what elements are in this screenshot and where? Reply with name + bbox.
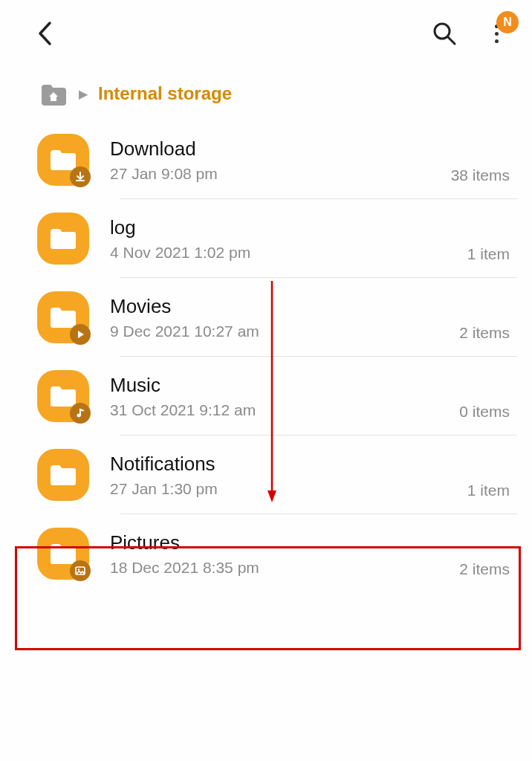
folder-icon xyxy=(37,370,89,422)
folder-item-count: 1 item xyxy=(467,482,510,499)
folder-row-pictures[interactable]: Pictures 18 Dec 2021 8:35 pm 2 items xyxy=(37,514,517,593)
back-button[interactable] xyxy=(30,19,59,48)
folder-date: 9 Dec 2021 10:27 am xyxy=(110,323,459,340)
folder-icon xyxy=(37,449,89,501)
top-bar: N xyxy=(0,0,532,59)
search-icon xyxy=(432,21,457,46)
breadcrumb-separator-icon: ▶ xyxy=(79,87,88,101)
folder-text: Notifications 27 Jan 1:30 pm xyxy=(89,453,467,498)
svg-line-1 xyxy=(448,37,455,44)
folder-item-count: 1 item xyxy=(467,245,510,263)
folder-item-count: 2 items xyxy=(459,324,510,342)
folder-name: Movies xyxy=(110,295,459,318)
breadcrumb: ▶ Internal storage xyxy=(0,59,532,120)
home-storage-icon[interactable] xyxy=(39,80,68,107)
folder-row-movies[interactable]: Movies 9 Dec 2021 10:27 am 2 items xyxy=(37,278,517,357)
account-avatar-badge: N xyxy=(496,11,519,33)
folder-text: Pictures 18 Dec 2021 8:35 pm xyxy=(89,531,459,577)
folder-item-count: 38 items xyxy=(451,166,510,184)
search-button[interactable] xyxy=(429,19,459,48)
folder-name: Download xyxy=(110,137,451,161)
folder-list: Download 27 Jan 9:08 pm 38 items log 4 N… xyxy=(0,120,532,593)
folder-item-count: 2 items xyxy=(459,560,510,578)
folder-name: log xyxy=(110,216,467,239)
top-bar-actions: N xyxy=(429,19,511,48)
folder-icon xyxy=(37,134,89,186)
folder-text: Music 31 Oct 2021 9:12 am xyxy=(89,374,459,419)
folder-text: Download 27 Jan 9:08 pm xyxy=(89,137,451,183)
folder-item-count: 0 items xyxy=(459,403,510,421)
music-badge-icon xyxy=(70,403,91,424)
folder-name: Music xyxy=(110,374,459,397)
folder-date: 31 Oct 2021 9:12 am xyxy=(110,401,459,419)
download-badge-icon xyxy=(70,166,91,187)
folder-icon xyxy=(37,291,89,343)
more-menu-button[interactable]: N xyxy=(481,19,511,48)
folder-icon xyxy=(37,528,89,580)
folder-text: Movies 9 Dec 2021 10:27 am xyxy=(89,295,459,340)
folder-row-notifications[interactable]: Notifications 27 Jan 1:30 pm 1 item xyxy=(37,435,517,514)
folder-date: 27 Jan 9:08 pm xyxy=(110,165,451,183)
play-badge-icon xyxy=(70,324,91,345)
folder-row-download[interactable]: Download 27 Jan 9:08 pm 38 items xyxy=(37,120,517,199)
folder-date: 27 Jan 1:30 pm xyxy=(110,480,467,498)
folder-date: 18 Dec 2021 8:35 pm xyxy=(110,559,459,577)
breadcrumb-current[interactable]: Internal storage xyxy=(98,83,232,104)
svg-point-4 xyxy=(78,569,80,571)
folder-row-music[interactable]: Music 31 Oct 2021 9:12 am 0 items xyxy=(37,357,517,435)
folder-row-log[interactable]: log 4 Nov 2021 1:02 pm 1 item xyxy=(37,199,517,278)
folder-name: Pictures xyxy=(110,531,459,554)
folder-icon xyxy=(37,213,89,265)
chevron-left-icon xyxy=(36,21,53,46)
image-badge-icon xyxy=(70,560,91,581)
folder-name: Notifications xyxy=(110,453,467,476)
folder-date: 4 Nov 2021 1:02 pm xyxy=(110,244,467,262)
folder-text: log 4 Nov 2021 1:02 pm xyxy=(89,216,467,262)
